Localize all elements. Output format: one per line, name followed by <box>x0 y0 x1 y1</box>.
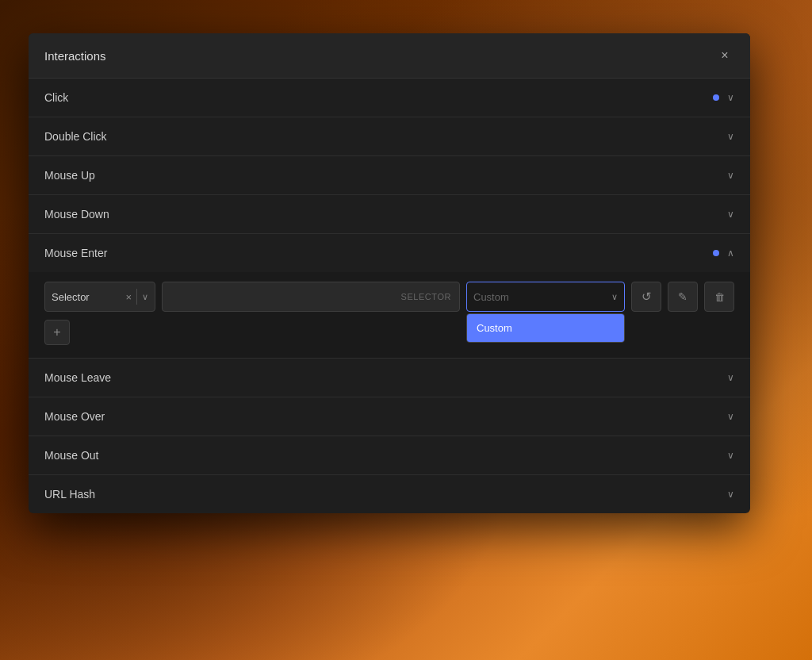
mouse-up-row-right <box>727 170 734 181</box>
plus-icon: + <box>53 325 60 340</box>
interaction-row-click[interactable]: Click <box>29 79 750 117</box>
mouse-up-chevron-icon <box>727 170 734 181</box>
mouse-down-chevron-icon <box>727 209 734 220</box>
modal-header: Interactions × <box>29 33 750 79</box>
selector-dropdown-label: Selector <box>52 291 121 303</box>
custom-dropdown-wrapper: Custom <box>466 282 625 312</box>
close-icon: × <box>721 48 728 63</box>
dropdown-item-custom[interactable]: Custom <box>467 314 624 342</box>
interaction-label-mouse-down: Mouse Down <box>44 208 109 221</box>
history-button[interactable]: ↺ <box>631 282 661 312</box>
custom-dropdown[interactable] <box>466 282 625 312</box>
interaction-label-mouse-enter: Mouse Enter <box>44 247 107 259</box>
interaction-label-mouse-leave: Mouse Leave <box>44 371 111 384</box>
mouse-leave-row-right <box>727 372 734 383</box>
custom-dropdown-menu: Custom <box>466 313 625 343</box>
click-dot-indicator <box>713 94 719 101</box>
interaction-row-mouse-leave[interactable]: Mouse Leave <box>29 359 750 397</box>
mouse-over-chevron-icon <box>727 411 734 422</box>
selector-divider <box>136 289 137 305</box>
custom-dropdown-chevron[interactable] <box>611 292 618 302</box>
click-chevron-icon <box>727 92 734 103</box>
mouse-enter-section: Mouse Enter Selector × <box>29 234 750 359</box>
interaction-controls: Selector × SELECTOR <box>44 282 734 312</box>
interaction-row-mouse-down[interactable]: Mouse Down <box>29 195 750 234</box>
mouse-over-row-right <box>727 411 734 422</box>
interactions-modal: Interactions × Click Double Click Mouse … <box>29 33 750 513</box>
double-click-chevron-icon <box>727 131 734 142</box>
mouse-leave-chevron-icon <box>727 372 734 383</box>
interaction-label-double-click: Double Click <box>44 130 107 143</box>
interaction-label-click: Click <box>44 91 68 104</box>
mouse-enter-header[interactable]: Mouse Enter <box>29 234 750 272</box>
url-hash-chevron-icon <box>727 489 734 500</box>
delete-button[interactable]: 🗑 <box>704 282 734 312</box>
delete-icon: 🗑 <box>714 291 725 303</box>
interaction-row-mouse-up[interactable]: Mouse Up <box>29 156 750 195</box>
interaction-row-url-hash[interactable]: URL Hash <box>29 475 750 513</box>
mouse-enter-body: Selector × SELECTOR <box>29 272 750 358</box>
edit-icon: ✎ <box>678 290 688 303</box>
mouse-enter-chevron-icon <box>727 248 734 259</box>
custom-input[interactable] <box>473 291 607 303</box>
add-interaction-button[interactable]: + <box>44 320 70 345</box>
selector-clear-icon[interactable]: × <box>125 291 132 303</box>
mouse-enter-dot-indicator <box>713 250 719 256</box>
selector-dropdown[interactable]: Selector × <box>44 282 155 312</box>
edit-button[interactable]: ✎ <box>668 282 698 312</box>
selector-label-text: SELECTOR <box>401 292 452 301</box>
history-icon: ↺ <box>642 290 652 304</box>
interaction-label-mouse-over: Mouse Over <box>44 410 105 423</box>
interaction-label-mouse-out: Mouse Out <box>44 449 98 462</box>
modal-close-button[interactable]: × <box>715 46 734 65</box>
selector-label-area: SELECTOR <box>162 282 460 312</box>
modal-title: Interactions <box>44 49 106 63</box>
interaction-row-double-click[interactable]: Double Click <box>29 117 750 156</box>
add-btn-row: + <box>44 320 734 345</box>
double-click-row-right <box>727 131 734 142</box>
interaction-label-mouse-up: Mouse Up <box>44 169 95 182</box>
click-row-right <box>713 92 734 103</box>
mouse-out-row-right <box>727 450 734 461</box>
mouse-out-chevron-icon <box>727 450 734 461</box>
interaction-row-mouse-out[interactable]: Mouse Out <box>29 436 750 475</box>
modal-body: Click Double Click Mouse Up Mouse Down <box>29 79 750 513</box>
selector-chevron-icon[interactable] <box>142 292 148 302</box>
mouse-enter-row-right <box>713 248 734 259</box>
interaction-label-url-hash: URL Hash <box>44 488 95 501</box>
url-hash-row-right <box>727 489 734 500</box>
mouse-down-row-right <box>727 209 734 220</box>
interaction-row-mouse-over[interactable]: Mouse Over <box>29 397 750 436</box>
